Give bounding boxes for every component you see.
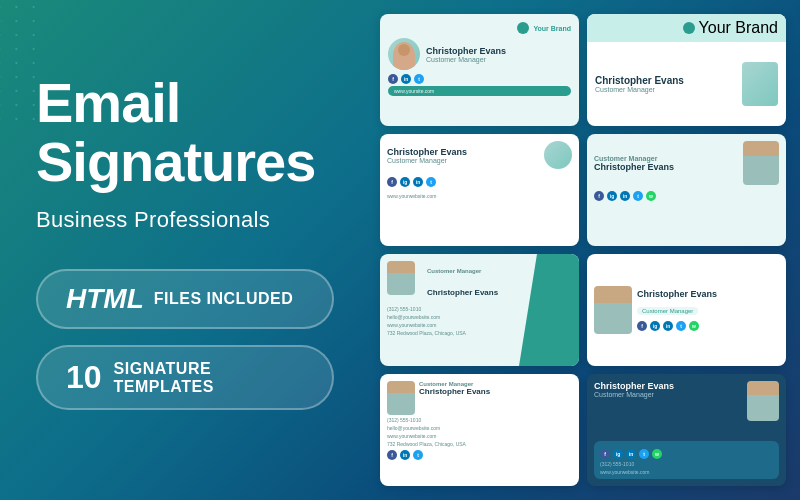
subtitle: Business Professionals	[36, 207, 334, 233]
person-name-4: Christopher Evans	[594, 162, 738, 172]
brand-name-1: Your Brand	[533, 25, 571, 32]
twitter-icon: t	[414, 74, 424, 84]
instagram-icon-6: ig	[650, 321, 660, 331]
social-icons-1: f in t	[388, 74, 571, 84]
avatar-4	[743, 141, 779, 185]
person-name-1: Christopher Evans	[426, 46, 506, 56]
signature-templates-label: SIGNATURE TEMPLATES	[114, 360, 304, 396]
whatsapp-icon-4: w	[646, 191, 656, 201]
brand-icon-2	[683, 22, 695, 34]
person-name-3: Christopher Evans	[387, 147, 467, 157]
facebook-icon: f	[388, 74, 398, 84]
avatar-8	[747, 381, 779, 421]
website-5: www.yourwebsite.com	[387, 322, 572, 328]
phone-7: (312) 555-1010	[387, 417, 572, 423]
html-badge: HTML FILES INCLUDED	[36, 269, 334, 329]
card-2-body: Christopher Evans Customer Manager	[587, 42, 786, 126]
address-5: 732 Redwood Plaza, Chicago, USA	[387, 330, 572, 336]
twitter-icon-3: t	[426, 177, 436, 187]
person-title-2: Customer Manager	[595, 86, 684, 93]
instagram-icon-8: ig	[613, 449, 623, 459]
person-title-5: Customer Manager	[420, 261, 505, 281]
twitter-icon-4: t	[633, 191, 643, 201]
linkedin-icon-7: in	[400, 450, 410, 460]
linkedin-icon-8: in	[626, 449, 636, 459]
facebook-icon-3: f	[387, 177, 397, 187]
signature-card-7: Customer Manager Christopher Evans (312)…	[380, 374, 579, 486]
instagram-icon-4: ig	[607, 191, 617, 201]
person-name-8: Christopher Evans	[594, 381, 742, 391]
address-7: 732 Redwood Plaza, Chicago, USA	[387, 441, 572, 447]
website-1: www.yoursite.com	[388, 86, 571, 96]
signature-card-6: Christopher Evans Customer Manager f ig …	[587, 254, 786, 366]
contact-bar-8: f ig in t w (312) 555-1010 www.yourwebsi…	[594, 441, 779, 479]
person-name-7: Christopher Evans	[419, 387, 490, 396]
person-title-3: Customer Manager	[387, 157, 467, 164]
facebook-icon-8: f	[600, 449, 610, 459]
facebook-icon-6: f	[637, 321, 647, 331]
signature-card-3: Christopher Evans Customer Manager f ig …	[380, 134, 579, 246]
signature-cards-grid: Your Brand Christopher Evans Customer Ma…	[370, 0, 800, 500]
email-5: hello@yourwebsite.com	[387, 314, 572, 320]
card-3-top-row: Christopher Evans Customer Manager	[387, 141, 572, 169]
person-name-2: Christopher Evans	[595, 75, 684, 86]
signature-count-badge: 10 SIGNATURE TEMPLATES	[36, 345, 334, 410]
phone-8: (312) 555-1010	[600, 461, 773, 467]
social-icons-4: f ig in t w	[594, 191, 779, 201]
avatar-3	[544, 141, 572, 169]
person-name-5: Christopher Evans	[420, 281, 505, 304]
person-title-8: Customer Manager	[594, 391, 742, 398]
name-area-2: Christopher Evans Customer Manager	[595, 75, 684, 93]
linkedin-icon: in	[401, 74, 411, 84]
html-label: HTML	[66, 283, 144, 315]
email-7: hello@yourwebsite.com	[387, 425, 572, 431]
person-name-6: Christopher Evans	[637, 289, 779, 299]
website-label-3: www.yourwebsite.com	[387, 193, 436, 199]
brand-icon-1	[517, 22, 529, 34]
facebook-icon-7: f	[387, 450, 397, 460]
linkedin-icon-6: in	[663, 321, 673, 331]
left-panel: Email Signatures Business Professionals …	[0, 0, 370, 500]
linkedin-icon-4: in	[620, 191, 630, 201]
brand-name-2: Your Brand	[699, 19, 778, 37]
website-8: www.yourwebsite.com	[600, 469, 773, 475]
instagram-icon-3: ig	[400, 177, 410, 187]
social-icons-7: f in t	[387, 450, 572, 460]
main-title: Email Signatures	[36, 74, 334, 192]
social-icons-8: f ig in t w	[600, 449, 773, 459]
teal-header-bar-2: Your Brand	[587, 14, 786, 42]
person-title-4: Customer Manager	[594, 155, 738, 162]
files-included-label: FILES INCLUDED	[154, 290, 293, 308]
signature-card-1: Your Brand Christopher Evans Customer Ma…	[380, 14, 579, 126]
social-icons-3: f ig in t	[387, 177, 572, 187]
signature-card-5: Customer Manager Christopher Evans (312)…	[380, 254, 579, 366]
avatar-2	[742, 62, 778, 106]
signature-card-2: Your Brand Christopher Evans Customer Ma…	[587, 14, 786, 126]
template-count: 10	[66, 359, 102, 396]
avatar-1	[388, 38, 420, 70]
info-line-3: www.yourwebsite.com	[387, 193, 572, 199]
signature-card-4: Customer Manager Christopher Evans f ig …	[587, 134, 786, 246]
avatar-6	[594, 286, 632, 334]
signature-card-8: Christopher Evans Customer Manager f ig …	[587, 374, 786, 486]
whatsapp-icon-6: w	[689, 321, 699, 331]
person-title-1: Customer Manager	[426, 56, 506, 63]
whatsapp-icon-8: w	[652, 449, 662, 459]
avatar-5	[387, 261, 415, 295]
avatar-7	[387, 381, 415, 415]
social-icons-6: f ig in t w	[637, 321, 779, 331]
twitter-icon-7: t	[413, 450, 423, 460]
name-area-6: Christopher Evans Customer Manager f ig …	[637, 289, 779, 331]
linkedin-icon-3: in	[413, 177, 423, 187]
facebook-icon-4: f	[594, 191, 604, 201]
card-5-content: Customer Manager Christopher Evans (312)…	[387, 261, 572, 336]
person-title-6: Customer Manager	[637, 307, 698, 315]
twitter-icon-6: t	[676, 321, 686, 331]
website-7: www.yourwebsite.com	[387, 433, 572, 439]
phone-5: (312) 555-1010	[387, 306, 572, 312]
dots-decoration	[0, 0, 50, 120]
twitter-icon-8: t	[639, 449, 649, 459]
